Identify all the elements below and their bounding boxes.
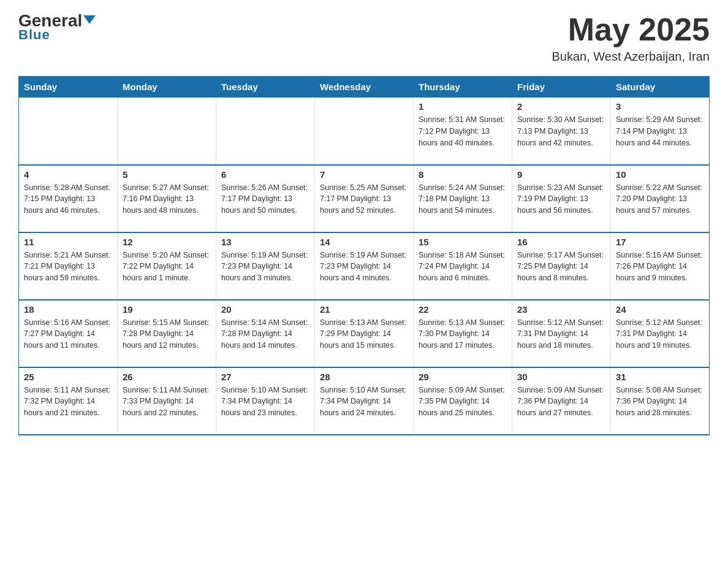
title-block: May 2025 Bukan, West Azerbaijan, Iran: [552, 12, 710, 64]
calendar-cell: 22Sunrise: 5:13 AM Sunset: 7:30 PM Dayli…: [414, 300, 512, 367]
col-saturday: Saturday: [611, 77, 710, 98]
calendar-cell: 26Sunrise: 5:11 AM Sunset: 7:33 PM Dayli…: [118, 367, 216, 435]
day-number: 7: [320, 169, 408, 180]
calendar-row: 11Sunrise: 5:21 AM Sunset: 7:21 PM Dayli…: [19, 232, 710, 300]
calendar-cell: 7Sunrise: 5:25 AM Sunset: 7:17 PM Daylig…: [315, 165, 414, 232]
day-info: Sunrise: 5:19 AM Sunset: 7:23 PM Dayligh…: [221, 250, 309, 284]
day-info: Sunrise: 5:14 AM Sunset: 7:28 PM Dayligh…: [221, 317, 309, 351]
day-info: Sunrise: 5:12 AM Sunset: 7:31 PM Dayligh…: [616, 317, 704, 351]
page-header: General Blue May 2025 Bukan, West Azerba…: [18, 12, 710, 64]
day-info: Sunrise: 5:20 AM Sunset: 7:22 PM Dayligh…: [123, 250, 211, 284]
day-number: 22: [419, 304, 507, 315]
day-info: Sunrise: 5:27 AM Sunset: 7:16 PM Dayligh…: [123, 182, 211, 216]
col-sunday: Sunday: [19, 77, 118, 98]
day-info: Sunrise: 5:12 AM Sunset: 7:31 PM Dayligh…: [517, 317, 605, 351]
calendar-cell: 1Sunrise: 5:31 AM Sunset: 7:12 PM Daylig…: [414, 98, 512, 165]
day-number: 21: [320, 304, 408, 315]
col-thursday: Thursday: [414, 77, 512, 98]
calendar-cell: 27Sunrise: 5:10 AM Sunset: 7:34 PM Dayli…: [216, 367, 315, 435]
day-number: 14: [320, 237, 408, 247]
day-number: 16: [517, 237, 605, 247]
day-info: Sunrise: 5:24 AM Sunset: 7:18 PM Dayligh…: [419, 182, 507, 216]
calendar-cell: 10Sunrise: 5:22 AM Sunset: 7:20 PM Dayli…: [611, 165, 710, 232]
calendar-table: Sunday Monday Tuesday Wednesday Thursday…: [18, 76, 710, 435]
calendar-cell: 31Sunrise: 5:08 AM Sunset: 7:36 PM Dayli…: [611, 367, 710, 435]
day-info: Sunrise: 5:08 AM Sunset: 7:36 PM Dayligh…: [616, 385, 704, 419]
calendar-cell: 8Sunrise: 5:24 AM Sunset: 7:18 PM Daylig…: [414, 165, 512, 232]
logo: General Blue: [18, 12, 96, 43]
day-number: 27: [221, 372, 309, 382]
day-info: Sunrise: 5:21 AM Sunset: 7:21 PM Dayligh…: [24, 250, 112, 284]
day-info: Sunrise: 5:29 AM Sunset: 7:14 PM Dayligh…: [616, 114, 704, 148]
day-info: Sunrise: 5:10 AM Sunset: 7:34 PM Dayligh…: [221, 385, 309, 419]
calendar-cell: 21Sunrise: 5:13 AM Sunset: 7:29 PM Dayli…: [315, 300, 414, 367]
calendar-cell: 13Sunrise: 5:19 AM Sunset: 7:23 PM Dayli…: [216, 232, 315, 300]
calendar-cell: 3Sunrise: 5:29 AM Sunset: 7:14 PM Daylig…: [611, 98, 710, 165]
day-info: Sunrise: 5:09 AM Sunset: 7:36 PM Dayligh…: [517, 385, 605, 419]
calendar-cell: 9Sunrise: 5:23 AM Sunset: 7:19 PM Daylig…: [512, 165, 611, 232]
day-number: 28: [320, 372, 408, 382]
day-info: Sunrise: 5:10 AM Sunset: 7:34 PM Dayligh…: [320, 385, 408, 419]
day-info: Sunrise: 5:11 AM Sunset: 7:32 PM Dayligh…: [24, 385, 112, 419]
day-info: Sunrise: 5:19 AM Sunset: 7:23 PM Dayligh…: [320, 250, 408, 284]
day-info: Sunrise: 5:16 AM Sunset: 7:26 PM Dayligh…: [616, 250, 704, 284]
day-number: 29: [419, 372, 507, 382]
logo-triangle-icon: [83, 15, 96, 24]
day-number: 8: [419, 169, 507, 180]
day-number: 23: [517, 304, 605, 315]
calendar-cell: 4Sunrise: 5:28 AM Sunset: 7:15 PM Daylig…: [19, 165, 118, 232]
calendar-cell: 12Sunrise: 5:20 AM Sunset: 7:22 PM Dayli…: [118, 232, 216, 300]
calendar-cell: 28Sunrise: 5:10 AM Sunset: 7:34 PM Dayli…: [315, 367, 414, 435]
day-info: Sunrise: 5:16 AM Sunset: 7:27 PM Dayligh…: [24, 317, 112, 351]
calendar-cell: 14Sunrise: 5:19 AM Sunset: 7:23 PM Dayli…: [315, 232, 414, 300]
day-number: 12: [123, 237, 211, 247]
day-number: 13: [221, 237, 309, 247]
calendar-cell: 17Sunrise: 5:16 AM Sunset: 7:26 PM Dayli…: [611, 232, 710, 300]
calendar-cell: 15Sunrise: 5:18 AM Sunset: 7:24 PM Dayli…: [414, 232, 512, 300]
calendar-cell: 20Sunrise: 5:14 AM Sunset: 7:28 PM Dayli…: [216, 300, 315, 367]
header-row: Sunday Monday Tuesday Wednesday Thursday…: [19, 77, 710, 98]
day-number: 25: [24, 372, 112, 382]
col-friday: Friday: [512, 77, 611, 98]
day-info: Sunrise: 5:09 AM Sunset: 7:35 PM Dayligh…: [419, 385, 507, 419]
day-number: 18: [24, 304, 112, 315]
day-number: 30: [517, 372, 605, 382]
subtitle: Bukan, West Azerbaijan, Iran: [552, 50, 710, 64]
day-number: 11: [24, 237, 112, 247]
day-number: 6: [221, 169, 309, 180]
day-info: Sunrise: 5:17 AM Sunset: 7:25 PM Dayligh…: [517, 250, 605, 284]
day-info: Sunrise: 5:15 AM Sunset: 7:28 PM Dayligh…: [123, 317, 211, 351]
day-number: 2: [517, 101, 605, 112]
day-info: Sunrise: 5:31 AM Sunset: 7:12 PM Dayligh…: [419, 114, 507, 148]
day-number: 31: [616, 372, 704, 382]
col-monday: Monday: [118, 77, 216, 98]
day-info: Sunrise: 5:26 AM Sunset: 7:17 PM Dayligh…: [221, 182, 309, 216]
calendar-cell: 19Sunrise: 5:15 AM Sunset: 7:28 PM Dayli…: [118, 300, 216, 367]
day-number: 4: [24, 169, 112, 180]
calendar-row: 4Sunrise: 5:28 AM Sunset: 7:15 PM Daylig…: [19, 165, 710, 232]
calendar-cell: 2Sunrise: 5:30 AM Sunset: 7:13 PM Daylig…: [512, 98, 611, 165]
day-info: Sunrise: 5:28 AM Sunset: 7:15 PM Dayligh…: [24, 182, 112, 216]
calendar-cell: 29Sunrise: 5:09 AM Sunset: 7:35 PM Dayli…: [414, 367, 512, 435]
calendar-cell: [216, 98, 315, 165]
day-number: 5: [123, 169, 211, 180]
day-number: 20: [221, 304, 309, 315]
day-number: 26: [123, 372, 211, 382]
calendar-body: 1Sunrise: 5:31 AM Sunset: 7:12 PM Daylig…: [19, 98, 710, 435]
day-number: 1: [419, 101, 507, 112]
calendar-cell: 5Sunrise: 5:27 AM Sunset: 7:16 PM Daylig…: [118, 165, 216, 232]
calendar-cell: 24Sunrise: 5:12 AM Sunset: 7:31 PM Dayli…: [611, 300, 710, 367]
day-number: 19: [123, 304, 211, 315]
calendar-cell: [118, 98, 216, 165]
day-number: 15: [419, 237, 507, 247]
day-info: Sunrise: 5:11 AM Sunset: 7:33 PM Dayligh…: [123, 385, 211, 419]
calendar-row: 18Sunrise: 5:16 AM Sunset: 7:27 PM Dayli…: [19, 300, 710, 367]
col-tuesday: Tuesday: [216, 77, 315, 98]
day-info: Sunrise: 5:25 AM Sunset: 7:17 PM Dayligh…: [320, 182, 408, 216]
day-info: Sunrise: 5:30 AM Sunset: 7:13 PM Dayligh…: [517, 114, 605, 148]
day-number: 9: [517, 169, 605, 180]
calendar-row: 25Sunrise: 5:11 AM Sunset: 7:32 PM Dayli…: [19, 367, 710, 435]
day-number: 17: [616, 237, 704, 247]
calendar-row: 1Sunrise: 5:31 AM Sunset: 7:12 PM Daylig…: [19, 98, 710, 165]
day-number: 24: [616, 304, 704, 315]
